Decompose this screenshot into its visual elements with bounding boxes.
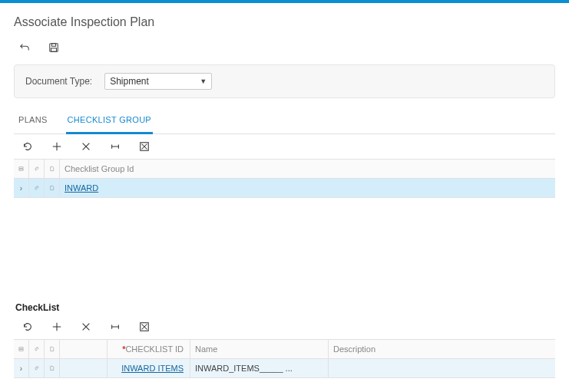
header2-spacer	[60, 340, 108, 358]
grid2-toolbar	[14, 315, 555, 340]
column-select-button-2[interactable]	[109, 321, 121, 333]
checklist-grid: CHECKLIST ID Name Description › INWARD I…	[14, 340, 555, 378]
page-toolbar	[14, 37, 555, 64]
grid2-header-description[interactable]: Description	[329, 340, 467, 358]
header2-note-icon[interactable]	[45, 340, 60, 358]
row-attachment-icon[interactable]	[29, 179, 45, 197]
export-button[interactable]	[138, 140, 151, 153]
row2-checklist-id: INWARD ITEMS	[108, 359, 190, 377]
delete-button[interactable]	[80, 140, 92, 153]
filter-bar: Document Type: Shipment ▼	[14, 64, 555, 98]
undo-button[interactable]	[18, 41, 31, 54]
refresh-button-2[interactable]	[22, 321, 34, 333]
checklist-section-title: CheckList	[14, 298, 555, 315]
grid1-toolbar	[14, 134, 555, 160]
grid2-header-checklist-id[interactable]: CHECKLIST ID	[108, 340, 190, 358]
row-checklist-group-id: INWARD	[60, 179, 171, 197]
row2-description	[329, 359, 467, 377]
svg-rect-2	[51, 48, 57, 51]
header-attachment-icon[interactable]	[29, 160, 45, 178]
header2-attachment-icon[interactable]	[29, 340, 45, 358]
page-container: Associate Inspection Plan Document Type:…	[0, 3, 569, 378]
grid2-header-name[interactable]: Name	[190, 340, 329, 358]
page-title: Associate Inspection Plan	[14, 15, 555, 29]
tab-checklist-group[interactable]: CHECKLIST GROUP	[66, 109, 153, 134]
tab-plans[interactable]: PLANS	[17, 109, 49, 134]
header-note-icon[interactable]	[45, 160, 60, 178]
add-button[interactable]	[51, 140, 63, 153]
row2-note-icon[interactable]	[45, 359, 60, 377]
grid1-header-checklist-group-id[interactable]: Checklist Group Id	[60, 160, 171, 178]
grid2-row[interactable]: › INWARD ITEMS INWARD_ITEMS_____ ...	[14, 359, 555, 378]
document-type-label: Document Type:	[25, 76, 92, 87]
header2-expand-icon[interactable]	[14, 340, 29, 358]
checklist-group-grid: Checklist Group Id › INWARD	[14, 160, 555, 198]
document-type-select[interactable]: Shipment ▼	[104, 73, 212, 90]
export-button-2[interactable]	[138, 321, 151, 333]
checklist-id-link[interactable]: INWARD ITEMS	[121, 364, 184, 373]
row2-attachment-icon[interactable]	[29, 359, 45, 377]
row2-expand-toggle[interactable]: ›	[14, 359, 29, 377]
svg-rect-7	[19, 348, 23, 349]
row2-name: INWARD_ITEMS_____ ...	[190, 359, 329, 377]
svg-rect-8	[19, 349, 23, 351]
add-button-2[interactable]	[51, 321, 63, 333]
spacer	[14, 198, 555, 298]
svg-rect-4	[19, 167, 23, 169]
caret-down-icon: ▼	[200, 77, 207, 85]
tab-bar: PLANS CHECKLIST GROUP	[14, 109, 555, 134]
row-expand-toggle[interactable]: ›	[14, 179, 29, 197]
column-select-button[interactable]	[109, 140, 121, 153]
save-button[interactable]	[48, 41, 60, 54]
checklist-group-link[interactable]: INWARD	[65, 183, 98, 193]
delete-button-2[interactable]	[80, 321, 92, 333]
row-note-icon[interactable]	[45, 179, 60, 197]
refresh-button[interactable]	[22, 140, 34, 153]
row2-spacer	[60, 359, 108, 377]
document-type-value: Shipment	[110, 76, 149, 87]
grid1-header-row: Checklist Group Id	[14, 160, 555, 179]
header-expand-icon[interactable]	[14, 160, 29, 178]
svg-rect-1	[51, 44, 55, 47]
grid1-row[interactable]: › INWARD	[14, 179, 555, 198]
svg-rect-5	[19, 169, 23, 170]
grid2-header-row: CHECKLIST ID Name Description	[14, 340, 555, 359]
